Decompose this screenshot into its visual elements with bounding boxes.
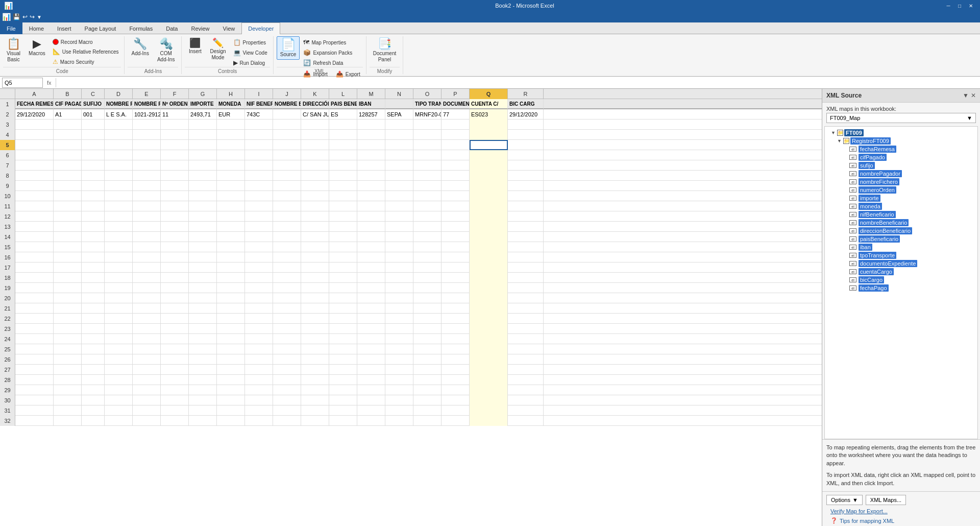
tree-label-registroft009[interactable]: RegistroFT009 bbox=[850, 137, 891, 145]
row-header-31[interactable]: 31 bbox=[0, 405, 15, 416]
tab-file[interactable]: File bbox=[0, 22, 22, 34]
row-header-15[interactable]: 15 bbox=[0, 242, 15, 252]
row-header-3[interactable]: 3 bbox=[0, 119, 15, 130]
cell-a3[interactable] bbox=[15, 119, 54, 130]
cell-d1[interactable]: NOMBRE P bbox=[105, 99, 133, 109]
row-header-19[interactable]: 19 bbox=[0, 283, 15, 293]
row-header-8[interactable]: 8 bbox=[0, 171, 15, 181]
tree-label-fecharemesa[interactable]: fechaRemesa bbox=[859, 146, 896, 153]
row-header-25[interactable]: 25 bbox=[0, 344, 15, 354]
cell-b1[interactable]: CIF PAGADOR bbox=[54, 99, 82, 109]
cell-f2[interactable]: 11 bbox=[161, 109, 189, 119]
cell-j1[interactable]: NOMBRE B bbox=[273, 99, 301, 109]
document-panel-btn[interactable]: 📑 DocumentPanel bbox=[370, 36, 400, 65]
col-header-h[interactable]: H bbox=[217, 89, 245, 99]
tab-home[interactable]: Home bbox=[22, 22, 51, 34]
xml-maps-btn[interactable]: XML Maps... bbox=[866, 495, 906, 505]
refresh-data-btn[interactable]: 🔄 Refresh Data bbox=[301, 58, 362, 68]
col-header-n[interactable]: N bbox=[385, 89, 413, 99]
cell-c2[interactable]: 001 bbox=[82, 109, 105, 119]
cell-h2[interactable]: EUR bbox=[217, 109, 245, 119]
tree-label-nombrebeneficario[interactable]: nombreBeneficario bbox=[859, 219, 909, 226]
row-header-6[interactable]: 6 bbox=[0, 150, 15, 160]
tree-item-nifbeneficario[interactable]: el nifBeneficario bbox=[827, 210, 975, 219]
com-add-ins-btn[interactable]: 🔩 COMAdd-Ins bbox=[154, 36, 178, 65]
tree-item-moneda[interactable]: el moneda bbox=[827, 202, 975, 210]
close-btn[interactable]: ✕ bbox=[966, 2, 976, 10]
formula-function-btn[interactable]: fx bbox=[45, 80, 54, 86]
tree-label-documentoexpediente[interactable]: documentoExpediente bbox=[859, 260, 917, 267]
tab-formulas[interactable]: Formulas bbox=[122, 22, 159, 34]
verify-map-link[interactable]: Verify Map for Export... bbox=[826, 508, 976, 514]
cell-a2[interactable]: 29/12/2020 bbox=[15, 109, 54, 119]
col-header-e[interactable]: E bbox=[133, 89, 161, 99]
tree-label-importe[interactable]: importe bbox=[859, 195, 880, 202]
row-header-26[interactable]: 26 bbox=[0, 354, 15, 365]
row-header-7[interactable]: 7 bbox=[0, 160, 15, 171]
col-header-i[interactable]: I bbox=[245, 89, 273, 99]
cell-r2[interactable]: 29/12/2020 bbox=[508, 109, 544, 119]
row-header-29[interactable]: 29 bbox=[0, 385, 15, 395]
cell-a1[interactable]: FECHA REMESA bbox=[15, 99, 54, 109]
cell-l1[interactable]: PAIS BENEI bbox=[329, 99, 357, 109]
cell-m1[interactable]: IBAN bbox=[357, 99, 385, 109]
redo-qa-icon[interactable]: ↪ bbox=[30, 13, 35, 20]
tree-item-registroft009[interactable]: ▼ 📁 RegistroFT009 bbox=[827, 137, 975, 145]
row-header-22[interactable]: 22 bbox=[0, 314, 15, 324]
expansion-packs-btn[interactable]: 📦 Tips for mapping XML Expansion Packs bbox=[301, 47, 362, 58]
cell-d2[interactable]: L E S.A. bbox=[105, 109, 133, 119]
cell-c1[interactable]: SUFIJO bbox=[82, 99, 105, 109]
row-header-18[interactable]: 18 bbox=[0, 273, 15, 283]
col-header-j[interactable]: J bbox=[273, 89, 301, 99]
tree-label-iban[interactable]: iban bbox=[859, 244, 872, 251]
run-dialog-btn[interactable]: ▶ Run Dialog bbox=[231, 58, 270, 68]
cell-i2[interactable]: 743C bbox=[245, 109, 273, 119]
cell-q1[interactable]: CUENTA C/ bbox=[470, 99, 508, 109]
undo-qa-icon[interactable]: ↩ bbox=[22, 13, 28, 20]
col-header-q[interactable]: Q bbox=[470, 89, 508, 99]
properties-btn[interactable]: 📋 Properties bbox=[231, 37, 270, 47]
col-header-f[interactable]: F bbox=[161, 89, 189, 99]
row-header-16[interactable]: 16 bbox=[0, 252, 15, 262]
cell-i1[interactable]: NIF BENEFI bbox=[245, 99, 273, 109]
col-header-k[interactable]: K bbox=[301, 89, 329, 99]
tree-item-tpotransporte[interactable]: el tpoTransporte bbox=[827, 251, 975, 259]
col-header-d[interactable]: D bbox=[105, 89, 133, 99]
tree-item-numeroorden[interactable]: el numeroOrden bbox=[827, 186, 975, 194]
tree-label-tpotransporte[interactable]: tpoTransporte bbox=[859, 252, 896, 259]
tree-label-nifbeneficario[interactable]: nifBeneficario bbox=[859, 211, 896, 218]
cell-n1[interactable] bbox=[385, 99, 413, 109]
row-header-2[interactable]: 2 bbox=[0, 109, 15, 119]
tree-label-cuentacargo[interactable]: cuentaCargo bbox=[859, 268, 894, 275]
col-header-r[interactable]: R bbox=[508, 89, 544, 99]
tree-item-fechapago[interactable]: el fechaPago bbox=[827, 284, 975, 292]
col-header-l[interactable]: L bbox=[329, 89, 357, 99]
row-header-21[interactable]: 21 bbox=[0, 303, 15, 314]
tree-item-direccionbeneficario[interactable]: el direccionBeneficario bbox=[827, 227, 975, 235]
xml-maps-dropdown[interactable]: FT009_Map ▼ bbox=[826, 113, 976, 123]
tab-insert[interactable]: Insert bbox=[51, 22, 78, 34]
tree-item-nombrefichero[interactable]: el nombreFichero bbox=[827, 178, 975, 186]
tree-label-numeroorden[interactable]: numeroOrden bbox=[859, 186, 896, 194]
cell-h1[interactable]: MONEDA bbox=[217, 99, 245, 109]
tree-item-nombrepagador[interactable]: el nombrePagador bbox=[827, 170, 975, 178]
tips-for-mapping-link[interactable]: ❓ Tips for mapping XML bbox=[826, 517, 976, 526]
cell-e1[interactable]: NOMBRE F bbox=[133, 99, 161, 109]
macros-btn[interactable]: ▶ Macros bbox=[25, 36, 49, 65]
tree-item-ft009[interactable]: ▼ 📁 FT009 bbox=[827, 129, 975, 137]
col-header-b[interactable]: B bbox=[54, 89, 82, 99]
col-header-a[interactable]: A bbox=[15, 89, 54, 99]
insert-btn[interactable]: ⬛ Insert bbox=[185, 36, 205, 57]
source-btn[interactable]: 📄 Source bbox=[277, 36, 300, 60]
row-header-12[interactable]: 12 bbox=[0, 211, 15, 222]
row-header-23[interactable]: 23 bbox=[0, 324, 15, 334]
cell-k1[interactable]: DIRECCIÓN bbox=[301, 99, 329, 109]
tab-page-layout[interactable]: Page Layout bbox=[78, 22, 123, 34]
tree-item-importe[interactable]: el importe bbox=[827, 194, 975, 202]
tree-label-cifpagado[interactable]: cifPagado bbox=[859, 154, 887, 161]
cell-j2[interactable] bbox=[273, 109, 301, 119]
row-header-27[interactable]: 27 bbox=[0, 365, 15, 375]
cell-e2[interactable]: 1021-2912 bbox=[133, 109, 161, 119]
row-header-9[interactable]: 9 bbox=[0, 181, 15, 191]
tree-label-fechapago[interactable]: fechaPago bbox=[859, 284, 889, 292]
